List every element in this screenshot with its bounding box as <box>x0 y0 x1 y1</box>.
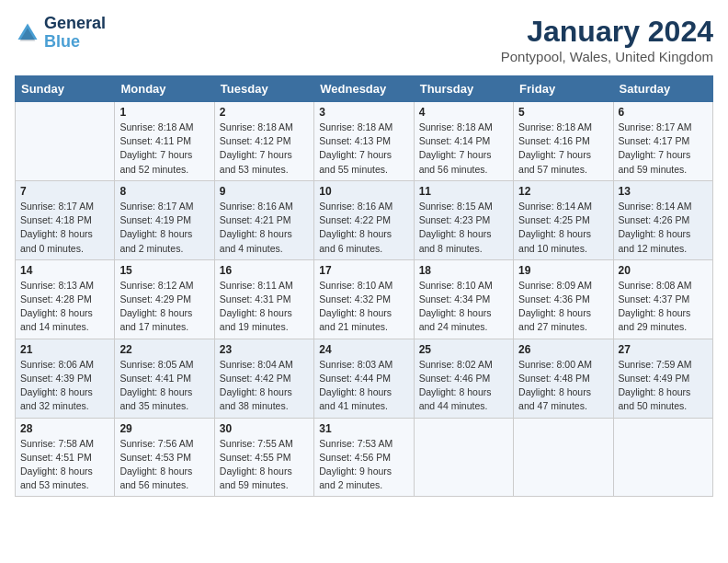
col-header-saturday: Saturday <box>613 76 712 102</box>
day-cell: 18Sunrise: 8:10 AMSunset: 4:34 PMDayligh… <box>414 259 513 339</box>
day-info: Sunrise: 8:06 AMSunset: 4:39 PMDaylight:… <box>20 358 109 414</box>
week-row-3: 14Sunrise: 8:13 AMSunset: 4:28 PMDayligh… <box>16 259 713 339</box>
col-header-monday: Monday <box>115 76 214 102</box>
day-cell <box>613 418 712 497</box>
day-info: Sunrise: 8:15 AMSunset: 4:23 PMDaylight:… <box>419 200 508 256</box>
day-number: 8 <box>119 185 209 198</box>
day-number: 19 <box>518 264 608 277</box>
day-info: Sunrise: 8:13 AMSunset: 4:28 PMDaylight:… <box>20 279 109 335</box>
day-info: Sunrise: 7:53 AMSunset: 4:56 PMDaylight:… <box>319 437 408 493</box>
day-cell: 25Sunrise: 8:02 AMSunset: 4:46 PMDayligh… <box>414 339 513 418</box>
day-cell: 27Sunrise: 7:59 AMSunset: 4:49 PMDayligh… <box>613 339 712 418</box>
day-cell: 30Sunrise: 7:55 AMSunset: 4:55 PMDayligh… <box>214 418 313 497</box>
day-cell: 24Sunrise: 8:03 AMSunset: 4:44 PMDayligh… <box>314 339 414 418</box>
day-number: 18 <box>419 264 508 277</box>
day-cell: 23Sunrise: 8:04 AMSunset: 4:42 PMDayligh… <box>214 339 313 418</box>
day-info: Sunrise: 7:58 AMSunset: 4:51 PMDaylight:… <box>20 437 109 493</box>
day-cell: 8Sunrise: 8:17 AMSunset: 4:19 PMDaylight… <box>115 180 214 259</box>
col-header-thursday: Thursday <box>414 76 513 102</box>
day-info: Sunrise: 8:18 AMSunset: 4:13 PMDaylight:… <box>319 121 408 177</box>
day-info: Sunrise: 8:18 AMSunset: 4:12 PMDaylight:… <box>220 121 309 177</box>
day-info: Sunrise: 8:12 AMSunset: 4:29 PMDaylight:… <box>119 279 209 335</box>
day-cell: 19Sunrise: 8:09 AMSunset: 4:36 PMDayligh… <box>514 259 613 339</box>
day-info: Sunrise: 8:18 AMSunset: 4:16 PMDaylight:… <box>518 121 608 177</box>
day-number: 24 <box>319 343 408 356</box>
day-number: 20 <box>619 264 708 277</box>
day-cell: 16Sunrise: 8:11 AMSunset: 4:31 PMDayligh… <box>214 259 313 339</box>
day-number: 12 <box>518 185 608 198</box>
day-cell: 29Sunrise: 7:56 AMSunset: 4:53 PMDayligh… <box>115 418 214 497</box>
day-cell: 15Sunrise: 8:12 AMSunset: 4:29 PMDayligh… <box>115 259 214 339</box>
day-number: 11 <box>419 185 508 198</box>
calendar-table: SundayMondayTuesdayWednesdayThursdayFrid… <box>15 75 713 497</box>
day-cell: 31Sunrise: 7:53 AMSunset: 4:56 PMDayligh… <box>314 418 414 497</box>
day-number: 1 <box>119 106 209 119</box>
day-info: Sunrise: 8:16 AMSunset: 4:21 PMDaylight:… <box>220 200 309 256</box>
day-cell: 3Sunrise: 8:18 AMSunset: 4:13 PMDaylight… <box>314 102 414 181</box>
day-info: Sunrise: 8:02 AMSunset: 4:46 PMDaylight:… <box>419 358 508 414</box>
day-info: Sunrise: 8:18 AMSunset: 4:14 PMDaylight:… <box>419 121 508 177</box>
day-number: 13 <box>619 185 708 198</box>
day-info: Sunrise: 8:17 AMSunset: 4:19 PMDaylight:… <box>119 200 209 256</box>
day-cell: 26Sunrise: 8:00 AMSunset: 4:48 PMDayligh… <box>514 339 613 418</box>
day-cell: 11Sunrise: 8:15 AMSunset: 4:23 PMDayligh… <box>414 180 513 259</box>
day-cell: 17Sunrise: 8:10 AMSunset: 4:32 PMDayligh… <box>314 259 414 339</box>
day-cell <box>414 418 513 497</box>
day-info: Sunrise: 8:00 AMSunset: 4:48 PMDaylight:… <box>518 358 608 414</box>
day-number: 27 <box>619 343 708 356</box>
day-info: Sunrise: 8:05 AMSunset: 4:41 PMDaylight:… <box>119 358 209 414</box>
col-header-friday: Friday <box>514 76 613 102</box>
day-info: Sunrise: 8:18 AMSunset: 4:11 PMDaylight:… <box>119 121 209 177</box>
day-info: Sunrise: 8:17 AMSunset: 4:18 PMDaylight:… <box>20 200 109 256</box>
day-number: 29 <box>119 422 209 435</box>
day-number: 21 <box>20 343 109 356</box>
day-info: Sunrise: 8:08 AMSunset: 4:37 PMDaylight:… <box>619 279 708 335</box>
day-cell: 7Sunrise: 8:17 AMSunset: 4:18 PMDaylight… <box>16 180 115 259</box>
logo-icon <box>15 20 40 46</box>
day-cell: 1Sunrise: 8:18 AMSunset: 4:11 PMDaylight… <box>115 102 214 181</box>
day-number: 6 <box>619 106 708 119</box>
day-info: Sunrise: 7:56 AMSunset: 4:53 PMDaylight:… <box>119 437 209 493</box>
day-cell: 14Sunrise: 8:13 AMSunset: 4:28 PMDayligh… <box>16 259 115 339</box>
col-header-wednesday: Wednesday <box>314 76 414 102</box>
week-row-1: 1Sunrise: 8:18 AMSunset: 4:11 PMDaylight… <box>16 102 713 181</box>
day-cell: 4Sunrise: 8:18 AMSunset: 4:14 PMDaylight… <box>414 102 513 181</box>
logo-line2: Blue <box>44 33 106 52</box>
calendar-title: January 2024 <box>501 15 713 49</box>
day-number: 2 <box>220 106 309 119</box>
week-row-5: 28Sunrise: 7:58 AMSunset: 4:51 PMDayligh… <box>16 418 713 497</box>
day-number: 14 <box>20 264 109 277</box>
day-cell: 2Sunrise: 8:18 AMSunset: 4:12 PMDaylight… <box>214 102 313 181</box>
day-info: Sunrise: 7:55 AMSunset: 4:55 PMDaylight:… <box>220 437 309 493</box>
day-number: 30 <box>220 422 309 435</box>
day-cell: 13Sunrise: 8:14 AMSunset: 4:26 PMDayligh… <box>613 180 712 259</box>
day-info: Sunrise: 8:17 AMSunset: 4:17 PMDaylight:… <box>619 121 708 177</box>
day-number: 5 <box>518 106 608 119</box>
title-block: January 2024 Pontypool, Wales, United Ki… <box>501 15 713 64</box>
day-info: Sunrise: 8:16 AMSunset: 4:22 PMDaylight:… <box>319 200 408 256</box>
day-number: 9 <box>220 185 309 198</box>
day-number: 22 <box>119 343 209 356</box>
day-info: Sunrise: 8:10 AMSunset: 4:32 PMDaylight:… <box>319 279 408 335</box>
week-row-4: 21Sunrise: 8:06 AMSunset: 4:39 PMDayligh… <box>16 339 713 418</box>
day-cell: 6Sunrise: 8:17 AMSunset: 4:17 PMDaylight… <box>613 102 712 181</box>
day-number: 26 <box>518 343 608 356</box>
header-row: SundayMondayTuesdayWednesdayThursdayFrid… <box>16 76 713 102</box>
day-number: 10 <box>319 185 408 198</box>
day-number: 28 <box>20 422 109 435</box>
day-cell: 22Sunrise: 8:05 AMSunset: 4:41 PMDayligh… <box>115 339 214 418</box>
day-info: Sunrise: 8:14 AMSunset: 4:25 PMDaylight:… <box>518 200 608 256</box>
day-number: 4 <box>419 106 508 119</box>
col-header-tuesday: Tuesday <box>214 76 313 102</box>
day-info: Sunrise: 8:09 AMSunset: 4:36 PMDaylight:… <box>518 279 608 335</box>
day-info: Sunrise: 7:59 AMSunset: 4:49 PMDaylight:… <box>619 358 708 414</box>
week-row-2: 7Sunrise: 8:17 AMSunset: 4:18 PMDaylight… <box>16 180 713 259</box>
logo: General Blue <box>15 15 106 52</box>
day-info: Sunrise: 8:04 AMSunset: 4:42 PMDaylight:… <box>220 358 309 414</box>
day-number: 16 <box>220 264 309 277</box>
day-cell <box>514 418 613 497</box>
day-cell: 21Sunrise: 8:06 AMSunset: 4:39 PMDayligh… <box>16 339 115 418</box>
day-number: 15 <box>119 264 209 277</box>
day-cell: 12Sunrise: 8:14 AMSunset: 4:25 PMDayligh… <box>514 180 613 259</box>
day-info: Sunrise: 8:14 AMSunset: 4:26 PMDaylight:… <box>619 200 708 256</box>
